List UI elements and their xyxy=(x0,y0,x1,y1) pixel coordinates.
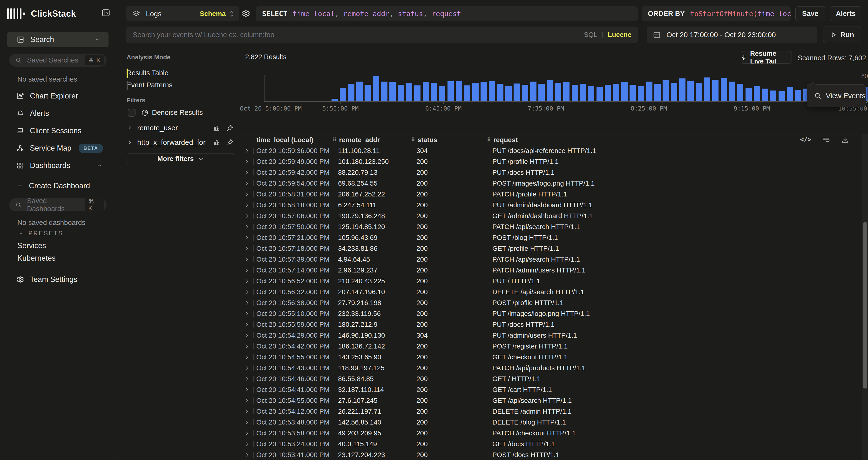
cell-time-local[interactable]: Oct 20 10:57:21.000 PM xyxy=(256,232,330,243)
row-expand-chevron-icon[interactable] xyxy=(244,438,250,450)
histogram-bar[interactable] xyxy=(489,81,495,102)
presets-section-toggle[interactable]: PRESETS xyxy=(18,230,63,237)
filter-field-remote_user[interactable]: remote_user xyxy=(127,123,234,133)
cell-request[interactable]: GET /cart HTTP/1.1 xyxy=(492,384,552,395)
histogram-bar[interactable] xyxy=(762,89,768,102)
cell-time-local[interactable]: Oct 20 10:54:42.000 PM xyxy=(256,341,330,352)
cell-request[interactable]: PATCH /api/products HTTP/1.1 xyxy=(492,363,585,373)
cell-time-local[interactable]: Oct 20 10:53:41.000 PM xyxy=(256,450,330,460)
cell-time-local[interactable]: Oct 20 10:53:58.000 PM xyxy=(256,428,330,438)
cell-remote-addr[interactable]: 27.79.216.198 xyxy=(338,297,381,308)
histogram-bar[interactable] xyxy=(572,85,578,102)
sidebar-item-chart-explorer[interactable]: Chart Explorer xyxy=(0,88,120,104)
cell-request[interactable]: DELETE /api/search HTTP/1.1 xyxy=(492,286,584,297)
cell-time-local[interactable]: Oct 20 10:54:46.000 PM xyxy=(256,373,330,384)
sidebar-item-search[interactable]: Search xyxy=(7,32,108,47)
row-expand-chevron-icon[interactable] xyxy=(244,210,250,221)
alerts-button[interactable]: Alerts xyxy=(830,6,861,21)
cell-time-local[interactable]: Oct 20 10:54:29.000 PM xyxy=(256,330,330,341)
histogram-bar[interactable] xyxy=(629,85,636,102)
cell-request[interactable]: PUT /images/logo.png HTTP/1.1 xyxy=(492,308,590,319)
cell-request[interactable]: GET /profile HTTP/1.1 xyxy=(492,243,559,254)
cell-time-local[interactable]: Oct 20 10:53:48.000 PM xyxy=(256,417,330,428)
histogram-bar[interactable] xyxy=(795,90,801,102)
cell-remote-addr[interactable]: 6.247.54.111 xyxy=(338,200,376,210)
cell-time-local[interactable]: Oct 20 10:55:59.000 PM xyxy=(256,319,330,330)
cell-remote-addr[interactable]: 2.96.129.237 xyxy=(338,265,378,276)
histogram-bar[interactable] xyxy=(414,85,421,102)
row-expand-chevron-icon[interactable] xyxy=(244,156,250,167)
table-row[interactable]: Oct 20 10:53:24.000 PM40.0.115.149200GET… xyxy=(241,438,862,450)
cell-remote-addr[interactable]: 23.127.204.223 xyxy=(338,450,385,460)
cell-status[interactable]: 200 xyxy=(416,210,428,221)
cell-request[interactable]: DELETE /blog HTTP/1.1 xyxy=(492,417,566,428)
table-row[interactable]: Oct 20 10:54:42.000 PM186.136.72.142200P… xyxy=(241,341,862,352)
denoise-results-option[interactable]: Denoise Results xyxy=(128,109,203,117)
table-row[interactable]: Oct 20 10:55:10.000 PM232.33.119.56200PU… xyxy=(241,308,862,319)
field-pin-icon[interactable] xyxy=(226,139,234,146)
cell-request[interactable]: GET /docs HTTP/1.1 xyxy=(492,438,555,450)
time-range-picker[interactable]: Oct 20 17:00:00 - Oct 20 23:00:00 xyxy=(647,27,817,43)
table-row[interactable]: Oct 20 10:56:32.000 PM207.147.196.10200D… xyxy=(241,286,862,297)
cell-remote-addr[interactable]: 32.187.110.114 xyxy=(338,384,384,395)
histogram-bar[interactable] xyxy=(662,80,669,102)
table-row[interactable]: Oct 20 10:57:39.000 PM4.94.64.45200PATCH… xyxy=(241,254,862,265)
cell-remote-addr[interactable]: 232.33.119.56 xyxy=(338,308,381,319)
cell-status[interactable]: 200 xyxy=(416,428,428,438)
cell-request[interactable]: PUT /admin/users HTTP/1.1 xyxy=(492,330,577,341)
event-search-input[interactable]: Search your events w/ Lucene ex. column:… xyxy=(126,27,638,43)
row-expand-chevron-icon[interactable] xyxy=(244,417,250,428)
preset-link-kubernetes[interactable]: Kubernetes xyxy=(18,254,56,263)
cell-request[interactable]: PATCH /profile HTTP/1.1 xyxy=(492,189,567,200)
cell-request[interactable]: PUT /docs HTTP/1.1 xyxy=(492,319,555,330)
sidebar-item-alerts[interactable]: Alerts xyxy=(0,106,120,121)
lucene-toggle[interactable]: Lucene xyxy=(608,31,631,39)
row-expand-chevron-icon[interactable] xyxy=(244,265,250,276)
table-row[interactable]: Oct 20 10:56:52.000 PM210.240.43.225200P… xyxy=(241,276,862,286)
cell-remote-addr[interactable]: 69.68.254.55 xyxy=(338,178,378,189)
cell-status[interactable]: 200 xyxy=(416,254,428,265)
cell-request[interactable]: POST /docs HTTP/1.1 xyxy=(492,450,559,460)
code-view-icon[interactable]: </> xyxy=(800,136,811,144)
histogram-bar[interactable] xyxy=(390,82,396,102)
run-button[interactable]: Run xyxy=(823,27,861,43)
histogram-bar[interactable] xyxy=(381,82,388,102)
cell-status[interactable]: 200 xyxy=(416,417,428,428)
histogram-bar[interactable] xyxy=(555,83,561,102)
cell-remote-addr[interactable]: 27.6.107.245 xyxy=(338,395,378,406)
row-expand-chevron-icon[interactable] xyxy=(244,330,250,341)
cell-time-local[interactable]: Oct 20 10:57:50.000 PM xyxy=(256,221,330,232)
cell-remote-addr[interactable]: 210.240.43.225 xyxy=(338,276,385,286)
cell-request[interactable]: PATCH /api/search HTTP/1.1 xyxy=(492,254,580,265)
cell-remote-addr[interactable]: 143.253.65.90 xyxy=(338,352,381,363)
cell-request[interactable]: GET / HTTP/1.1 xyxy=(492,373,540,384)
histogram-bar[interactable] xyxy=(621,82,628,102)
histogram-bar[interactable] xyxy=(712,80,718,102)
cell-request[interactable]: POST /images/logo.png HTTP/1.1 xyxy=(492,178,595,189)
histogram-bar[interactable] xyxy=(530,82,536,102)
histogram-bar[interactable] xyxy=(779,91,785,102)
saved-searches-input[interactable]: Saved Searches ⌘ K xyxy=(9,54,106,67)
cell-time-local[interactable]: Oct 20 10:56:32.000 PM xyxy=(256,286,330,297)
source-selector[interactable]: Logs Schema xyxy=(126,6,239,21)
cell-time-local[interactable]: Oct 20 10:59:54.000 PM xyxy=(256,178,330,189)
histogram-bar[interactable] xyxy=(704,78,710,102)
histogram-bar[interactable] xyxy=(472,83,478,102)
table-row[interactable]: Oct 20 10:57:50.000 PM125.194.85.120200P… xyxy=(241,221,862,232)
cell-remote-addr[interactable]: 186.136.72.142 xyxy=(338,341,385,352)
histogram-bar[interactable] xyxy=(638,86,644,102)
cell-status[interactable]: 200 xyxy=(416,297,428,308)
saved-dashboards-input[interactable]: Saved Dashboards ⌘ K xyxy=(9,198,106,211)
row-expand-chevron-icon[interactable] xyxy=(244,363,250,373)
table-row[interactable]: Oct 20 10:54:55.000 PM143.253.65.90200GE… xyxy=(241,352,862,363)
row-expand-chevron-icon[interactable] xyxy=(244,406,250,417)
cell-request[interactable]: PUT / HTTP/1.1 xyxy=(492,276,540,286)
cell-request[interactable]: PUT /docs/api-reference HTTP/1.1 xyxy=(492,145,596,156)
cell-request[interactable]: PUT /admin/dashboard HTTP/1.1 xyxy=(492,200,592,210)
cell-status[interactable]: 200 xyxy=(416,189,428,200)
cell-request[interactable]: GET /checkout HTTP/1.1 xyxy=(492,352,567,363)
table-row[interactable]: Oct 20 10:53:48.000 PM142.56.85.140200DE… xyxy=(241,417,862,428)
cell-time-local[interactable]: Oct 20 10:57:06.000 PM xyxy=(256,210,330,221)
cell-remote-addr[interactable]: 26.221.197.71 xyxy=(338,406,381,417)
filter-field-http_x_forwarded_for[interactable]: http_x_forwarded_for xyxy=(127,137,234,148)
